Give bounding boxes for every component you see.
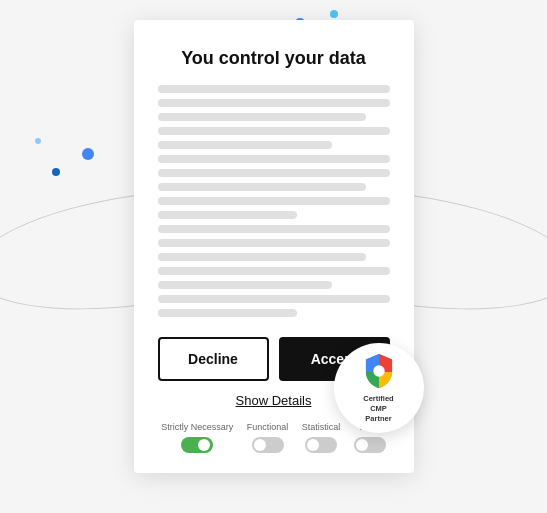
cmp-badge: Certified CMP Partner <box>334 343 424 433</box>
svg-point-4 <box>373 366 384 377</box>
toggle-switch-strictly[interactable] <box>181 437 213 453</box>
toggle-label-strictly: Strictly Necessary <box>161 422 233 432</box>
toggle-switch-statistical[interactable] <box>305 437 337 453</box>
text-line <box>158 309 297 317</box>
text-line <box>158 253 367 261</box>
toggle-thumb <box>254 439 266 451</box>
card-title: You control your data <box>158 48 390 69</box>
text-line <box>158 225 390 233</box>
shield-icon <box>361 352 397 392</box>
text-line <box>158 113 367 121</box>
text-line <box>158 183 367 191</box>
toggle-switch-functional[interactable] <box>252 437 284 453</box>
toggle-statistical: Statistical <box>302 422 341 453</box>
toggle-switch-marketing[interactable] <box>354 437 386 453</box>
text-line <box>158 169 390 177</box>
toggle-strictly-necessary: Strictly Necessary <box>161 422 233 453</box>
text-line <box>158 141 332 149</box>
toggle-functional: Functional <box>247 422 289 453</box>
decorative-dot <box>52 168 60 176</box>
consent-card: You control your data Decline Accept Sho… <box>134 20 414 473</box>
text-content <box>158 85 390 317</box>
text-line <box>158 99 390 107</box>
decorative-dot <box>35 138 41 144</box>
toggle-thumb <box>307 439 319 451</box>
text-line <box>158 155 390 163</box>
cmp-badge-text: Certified CMP Partner <box>363 394 393 423</box>
decline-button[interactable]: Decline <box>158 337 269 381</box>
text-line <box>158 267 390 275</box>
decorative-dot <box>82 148 94 160</box>
text-line <box>158 211 297 219</box>
text-line <box>158 127 390 135</box>
toggle-label-functional: Functional <box>247 422 289 432</box>
text-line <box>158 295 390 303</box>
text-line <box>158 281 332 289</box>
text-line <box>158 239 390 247</box>
text-line <box>158 85 390 93</box>
toggle-row: Strictly Necessary Functional Statistica… <box>158 422 390 453</box>
toggle-thumb <box>356 439 368 451</box>
toggle-label-statistical: Statistical <box>302 422 341 432</box>
text-line <box>158 197 390 205</box>
decorative-dot <box>330 10 338 18</box>
toggle-thumb <box>198 439 210 451</box>
